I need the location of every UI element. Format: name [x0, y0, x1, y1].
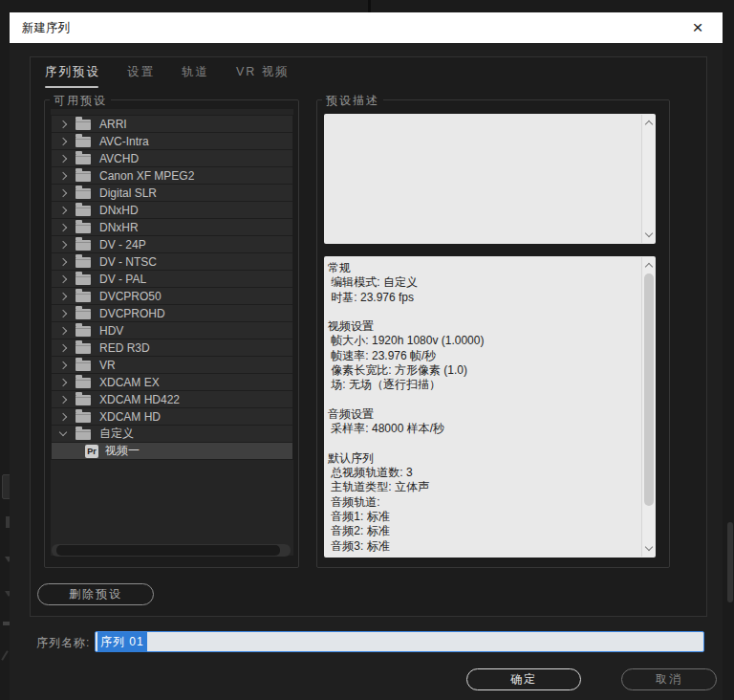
tree-item[interactable]: DVCPRO50	[51, 287, 293, 305]
chevron-right-icon[interactable]	[57, 186, 71, 200]
chevron-right-icon[interactable]	[57, 290, 71, 303]
tree-item[interactable]: XDCAM HD	[51, 407, 293, 426]
tree-item-label: VR	[99, 359, 116, 372]
folder-icon	[76, 292, 91, 302]
tree-item-label: DV - PAL	[99, 273, 146, 286]
sequence-name-input[interactable]: 序列 01	[95, 631, 704, 652]
close-icon[interactable]: ×	[684, 12, 711, 43]
tree-item-label: AVCHD	[99, 152, 139, 165]
folder-icon	[76, 120, 91, 130]
scroll-up-icon[interactable]	[645, 120, 653, 127]
tree-item[interactable]: RED R3D	[51, 339, 293, 357]
chevron-right-icon[interactable]	[57, 238, 71, 252]
tree-item[interactable]: DV - NTSC	[51, 252, 293, 271]
tree-item[interactable]: DV - 24P	[51, 235, 293, 253]
description-line: 总视频轨道数: 3	[328, 465, 640, 479]
tree-item[interactable]: 自定义	[51, 425, 293, 443]
cancel-button[interactable]: 取消	[621, 668, 717, 690]
chevron-right-icon[interactable]	[57, 152, 71, 165]
tree-item[interactable]: Digital SLR	[51, 184, 293, 202]
description-line	[328, 304, 640, 318]
folder-icon	[76, 343, 91, 354]
description-line: 时基: 23.976 fps	[328, 290, 640, 304]
chevron-right-icon[interactable]	[57, 359, 71, 372]
preset-description-box	[324, 114, 656, 244]
scroll-up-icon[interactable]	[645, 262, 653, 270]
description-line	[328, 436, 640, 450]
sequence-name-value: 序列 01	[97, 632, 147, 652]
tab-settings[interactable]: 设置	[127, 64, 155, 88]
folder-icon	[76, 326, 91, 337]
folder-icon	[76, 188, 91, 199]
tree-item[interactable]: Pr视频一	[51, 442, 293, 460]
tree-item-label: DNxHD	[99, 204, 139, 217]
chevron-right-icon[interactable]	[57, 324, 71, 338]
tree-item[interactable]: HDV	[51, 321, 293, 339]
tree-item-label: HDV	[99, 324, 123, 338]
tree-item-label: RED R3D	[99, 341, 150, 355]
tree-item[interactable]: AVC-Intra	[51, 132, 293, 150]
delete-preset-button[interactable]: 删除预设	[37, 583, 154, 605]
folder-icon	[76, 223, 91, 233]
chevron-right-icon[interactable]	[57, 273, 71, 286]
tree-item-label: XDCAM EX	[99, 376, 160, 389]
chevron-right-icon[interactable]	[57, 341, 71, 355]
folder-icon	[76, 309, 91, 319]
tree-item[interactable]: DNxHD	[51, 201, 293, 219]
available-presets-group: 可用预设 ARRIAVC-IntraAVCHDCanon XF MPEG2Dig…	[44, 99, 299, 568]
description-line: 音频2: 标准	[328, 523, 640, 537]
scroll-down-icon[interactable]	[645, 230, 653, 238]
chevron-right-icon[interactable]	[57, 410, 71, 424]
chevron-right-icon[interactable]	[57, 204, 71, 217]
chevron-right-icon[interactable]	[57, 169, 71, 183]
new-sequence-dialog: 新建序列 × 序列预设 设置 轨道 VR 视频 可用预设 ARRIAVC-Int…	[10, 12, 723, 700]
folder-icon	[76, 412, 91, 423]
tree-item[interactable]: Canon XF MPEG2	[51, 166, 293, 185]
tree-item-label: XDCAM HD422	[99, 393, 180, 406]
chevron-right-icon[interactable]	[57, 135, 71, 148]
chevron-right-icon[interactable]	[57, 376, 71, 389]
folder-icon	[76, 378, 91, 388]
sequence-name-label: 序列名称:	[36, 635, 90, 651]
tree-item-label: DV - NTSC	[99, 255, 157, 269]
tab-sequence-presets[interactable]: 序列预设	[45, 64, 100, 88]
tree-item[interactable]: DNxHR	[51, 218, 293, 236]
chevron-right-icon[interactable]	[57, 307, 71, 320]
tree-item[interactable]: AVCHD	[51, 149, 293, 167]
preset-summary-box: 常规 编辑模式: 自定义 时基: 23.976 fps视频设置 帧大小: 192…	[324, 256, 656, 558]
scrollbar-thumb[interactable]	[56, 545, 280, 556]
tree-item-label: DNxHR	[99, 221, 139, 234]
preset-summary-text: 常规 编辑模式: 自定义 时基: 23.976 fps视频设置 帧大小: 192…	[324, 256, 640, 558]
tab-vr-video[interactable]: VR 视频	[236, 64, 290, 88]
ok-button[interactable]: 确定	[466, 668, 581, 690]
description-line	[328, 392, 640, 406]
preset-tree: ARRIAVC-IntraAVCHDCanon XF MPEG2Digital …	[51, 109, 293, 556]
tree-item[interactable]: DVCPROHD	[51, 304, 293, 322]
description-line: 视频设置	[328, 318, 640, 333]
preset-description-legend: 预设描述	[322, 93, 383, 109]
folder-icon	[76, 171, 91, 182]
screen: 新建序列 × 序列预设 设置 轨道 VR 视频 可用预设 ARRIAVC-Int…	[0, 0, 734, 700]
tree-item[interactable]: XDCAM HD422	[51, 390, 293, 408]
description-line: 场: 无场（逐行扫描）	[328, 377, 640, 391]
chevron-right-icon[interactable]	[57, 393, 71, 406]
scroll-down-icon[interactable]	[645, 544, 653, 552]
tree-item[interactable]: VR	[51, 356, 293, 374]
tree-item[interactable]: XDCAM EX	[51, 373, 293, 391]
chevron-down-icon[interactable]	[57, 427, 71, 441]
summary-scrollbar[interactable]	[641, 257, 655, 557]
scrollbar-thumb[interactable]	[644, 273, 654, 506]
tree-item[interactable]: ARRI	[51, 115, 293, 133]
premiere-preset-icon: Pr	[85, 445, 98, 458]
tree-item[interactable]: DV - PAL	[51, 270, 293, 288]
tree-item-label: Canon XF MPEG2	[99, 169, 194, 183]
description-line: 帧速率: 23.976 帧/秒	[328, 348, 640, 362]
tree-horizontal-scrollbar[interactable]	[52, 544, 291, 557]
chevron-right-icon[interactable]	[57, 221, 71, 234]
chevron-right-icon[interactable]	[57, 118, 71, 131]
chevron-right-icon[interactable]	[57, 255, 71, 269]
tab-tracks[interactable]: 轨道	[182, 64, 209, 88]
folder-icon	[76, 257, 91, 268]
description-scrollbar[interactable]	[641, 115, 655, 243]
tree-item-label: DVCPRO50	[99, 290, 162, 303]
